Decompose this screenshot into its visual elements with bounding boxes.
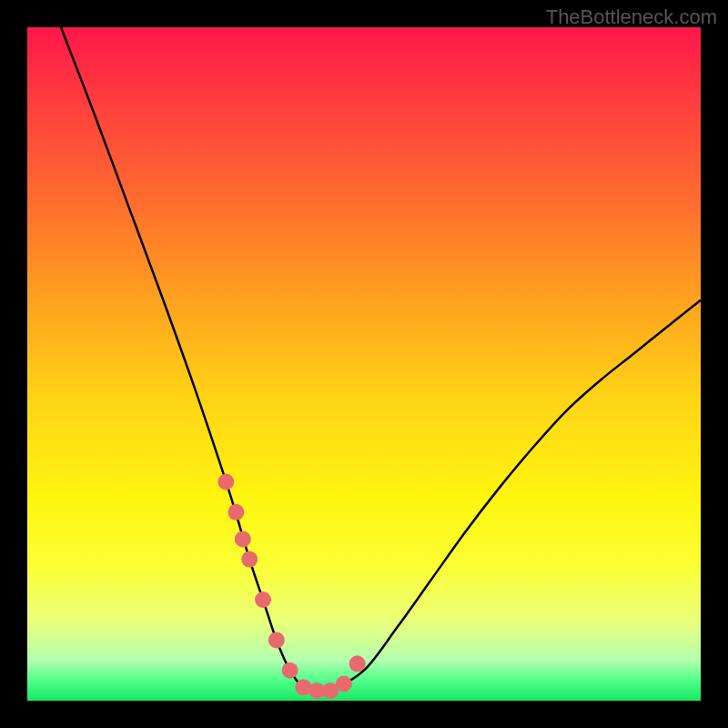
highlight-dot — [217, 474, 234, 490]
highlight-dot — [235, 531, 251, 547]
highlight-dot — [336, 676, 352, 693]
curve-highlight-dots — [217, 474, 365, 699]
highlight-dot — [255, 592, 271, 608]
chart-plot-area — [27, 27, 701, 701]
watermark-text: TheBottleneck.com — [546, 5, 717, 29]
highlight-dot — [349, 655, 366, 672]
highlight-dot — [268, 632, 285, 648]
highlight-dot — [228, 504, 244, 521]
bottleneck-curve-svg — [27, 27, 701, 701]
highlight-dot — [241, 551, 258, 568]
bottleneck-curve-path — [61, 27, 701, 693]
highlight-dot — [282, 662, 298, 679]
